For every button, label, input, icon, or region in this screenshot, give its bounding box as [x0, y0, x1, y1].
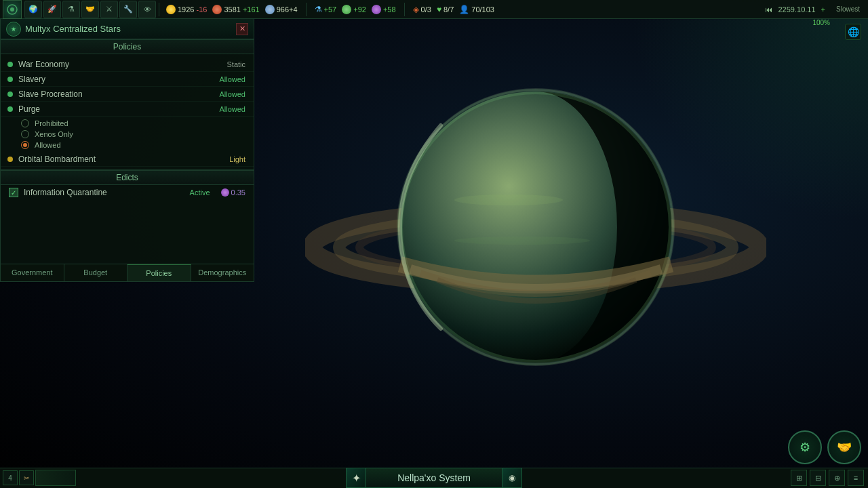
close-button[interactable]: ✕ [236, 23, 248, 35]
date-display: 2259.10.11 [778, 5, 815, 14]
tb-icon-intel[interactable]: 👁 [138, 1, 156, 18]
tab-demographics[interactable]: Demographics [191, 264, 254, 281]
speed-btn-2[interactable]: ✂ [19, 470, 34, 485]
energy-icon [166, 5, 176, 14]
tb-icon-planets[interactable]: 🌍 [24, 1, 42, 18]
bottom-right-buttons: ⚙ 🤝 [788, 430, 861, 464]
purge-label-prohibited: Prohibited [35, 119, 68, 127]
pop-value: 70/103 [471, 5, 494, 14]
system-label: ✦ Nellpa'xo System ◉ [346, 468, 522, 488]
unity-plus: +58 [383, 5, 396, 14]
edict-status-iq: Active [190, 188, 210, 197]
food-plus: +92 [353, 5, 366, 14]
food-icon [342, 5, 351, 14]
bottom-tabs: Government Budget Policies Demographics [1, 264, 254, 281]
tb-icon-construction[interactable]: 🔧 [119, 1, 137, 18]
edict-cost-value: 0.35 [231, 188, 245, 197]
policy-name-orbital: Orbital Bombardment [18, 155, 229, 164]
policy-value-orbital: Light [229, 155, 245, 163]
unity-resource: +58 [372, 5, 396, 14]
population-button[interactable]: ⚙ [788, 430, 822, 464]
policy-dot-purge [7, 106, 13, 112]
radio-xenos[interactable] [21, 130, 29, 138]
pop-resource: 👤 70/103 [459, 5, 494, 14]
speed-up-btn[interactable]: + [821, 5, 825, 14]
purge-label-xenos: Xenos Only [35, 130, 73, 138]
alloys-icon [265, 5, 275, 14]
purge-option-prohibited[interactable]: Prohibited [21, 118, 254, 129]
system-icon-left: ✦ [346, 468, 366, 488]
tb-icon-military[interactable]: ⚔ [100, 1, 118, 18]
rewind-btn[interactable]: ⏮ [765, 5, 772, 14]
influence-resource: ◈ 0/3 [413, 5, 431, 14]
policy-name-purge: Purge [18, 104, 219, 114]
top-bar-icons: 🌍 🚀 ⚗ 🤝 ⚔ 🔧 👁 [24, 1, 156, 18]
svg-point-31 [454, 237, 590, 245]
policy-orbital-bombardment[interactable]: Orbital Bombardment Light [1, 152, 254, 167]
tb-icon-ships[interactable]: 🚀 [43, 1, 61, 18]
minerals-delta: +161 [243, 5, 260, 14]
minerals-value: 3581 [224, 5, 240, 14]
alloys-resource: 966+4 [265, 5, 298, 14]
panel-title-text: Multyx Centralized Stars [25, 24, 121, 34]
contacts-button[interactable]: 🤝 [827, 430, 861, 464]
policy-purge[interactable]: Purge Allowed [1, 102, 254, 117]
tb-icon-tech[interactable]: ⚗ [62, 1, 80, 18]
empire-flag[interactable] [3, 0, 22, 19]
research-resource: ⚗ +57 [315, 5, 337, 14]
minimap [35, 470, 76, 486]
tab-budget[interactable]: Budget [64, 264, 128, 281]
tb-separator [159, 3, 159, 16]
policy-name-war-economy: War Economy [18, 60, 226, 69]
amenities-resource: ♥ 8/7 [437, 5, 454, 14]
empire-mini-icon: ★ [6, 22, 21, 37]
minerals-resource: 3581 +161 [212, 5, 259, 14]
main-panel: ★ Multyx Centralized Stars ✕ Policies Wa… [0, 19, 254, 282]
radio-allowed-selected[interactable] [21, 141, 29, 149]
research-icon: ⚗ [315, 5, 322, 14]
purge-label-allowed: Allowed [35, 141, 61, 149]
bottom-bar-left: 4 ✂ [0, 468, 79, 488]
system-icon-right: ◉ [502, 468, 522, 488]
tb-icon-diplomacy[interactable]: 🤝 [81, 1, 99, 18]
policy-slave-procreation[interactable]: Slave Procreation Allowed [1, 87, 254, 102]
top-bar-right: ⏮ 2259.10.11 + Slowest [765, 5, 865, 14]
system-name: Nellpa'xo System [366, 468, 502, 488]
radio-prohibited[interactable] [21, 119, 29, 127]
edict-checkbox[interactable]: ✓ [9, 188, 18, 197]
edict-information-quarantine[interactable]: ✓ Information Quarantine Active 0.35 [1, 185, 254, 200]
galaxy-map-button[interactable]: 🌐 [845, 24, 861, 40]
planet-view [203, 34, 868, 434]
toolbar-btn-squares[interactable]: ⊞ [791, 470, 807, 486]
policy-value-war-economy: Static [226, 60, 245, 68]
policy-name-slavery: Slavery [18, 75, 219, 84]
policy-value-slavery: Allowed [219, 75, 245, 83]
amenities-icon: ♥ [437, 5, 441, 14]
minerals-icon [212, 5, 222, 14]
tab-government[interactable]: Government [1, 264, 64, 281]
tab-policies[interactable]: Policies [127, 264, 191, 281]
influence-icon: ◈ [413, 5, 419, 14]
purge-option-xenos[interactable]: Xenos Only [21, 129, 254, 140]
policy-war-economy[interactable]: War Economy Static [1, 57, 254, 72]
purge-option-allowed[interactable]: Allowed [21, 140, 254, 150]
tb-separator-2 [306, 3, 307, 16]
bottom-bar: 4 ✂ ✦ Nellpa'xo System ◉ ⊞ ⊟ ⊕ ≡ [0, 468, 868, 488]
toolbar-btn-map[interactable]: ⊟ [810, 470, 826, 486]
energy-resource: 1926 -16 [166, 5, 207, 14]
unity-icon-edict [221, 188, 229, 197]
svg-point-30 [454, 195, 563, 205]
planet-svg [305, 37, 766, 430]
policy-slavery[interactable]: Slavery Allowed [1, 72, 254, 87]
toolbar-btn-zoom[interactable]: ⊕ [829, 470, 845, 486]
policy-value-slave-procreation: Allowed [219, 90, 245, 98]
panel-title: ★ Multyx Centralized Stars [6, 22, 121, 37]
purge-options: Prohibited Xenos Only Allowed [1, 117, 254, 152]
toolbar-btn-filter[interactable]: ≡ [848, 470, 864, 486]
research-plus: +57 [324, 5, 337, 14]
policies-list: War Economy Static Slavery Allowed Slave… [1, 54, 254, 169]
radio-inner [23, 143, 27, 147]
speed-btn-1[interactable]: 4 [3, 470, 18, 485]
policy-value-purge: Allowed [219, 105, 245, 113]
speed-label: Slowest [836, 5, 860, 13]
